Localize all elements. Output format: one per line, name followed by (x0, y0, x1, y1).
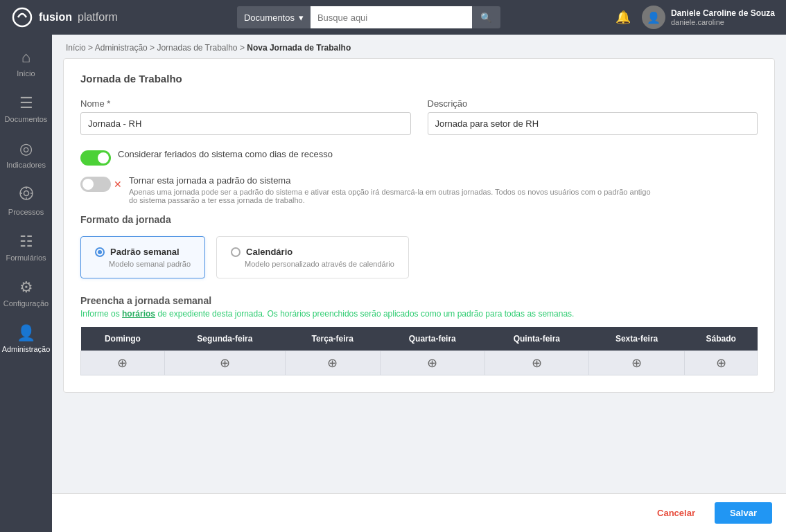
breadcrumb-jornadas[interactable]: Jornadas de Trabalho (157, 43, 237, 53)
toggle-padrao[interactable] (80, 177, 111, 192)
radio-desc-semanal: Modelo semanal padrão (109, 260, 191, 268)
sidebar-item-formularios[interactable]: ☷ Formulários (0, 224, 52, 270)
svg-point-0 (13, 8, 31, 26)
footer: Cancelar Salvar (52, 493, 786, 532)
radio-dot-calendario (231, 247, 241, 257)
add-quarta-button[interactable]: ⊕ (427, 357, 437, 369)
toggle-padrao-label: Tornar esta jornada a padrão do sistema (129, 175, 656, 186)
search-button[interactable]: 🔍 (472, 6, 500, 28)
th-quinta: Quinta-feira (484, 327, 588, 351)
sidebar-item-configuracao[interactable]: ⚙ Configuração (0, 270, 52, 316)
sidebar-label-indicadores: Indicadores (6, 161, 46, 169)
th-segunda: Segunda-feira (164, 327, 285, 351)
name-input[interactable] (80, 112, 411, 135)
radio-label-semanal: Padrão semanal (110, 247, 180, 257)
weekly-subtitle-post: de expediente desta jornada. Os horários… (155, 309, 574, 319)
day-table: Domingo Segunda-feira Terça-feira Quarta… (80, 327, 758, 375)
breadcrumb-current: Nova Jornada de Trabalho (247, 43, 351, 53)
main-content: Início > Administração > Jornadas de Tra… (52, 35, 786, 532)
sidebar-label-inicio: Início (17, 69, 35, 78)
breadcrumb: Início > Administração > Jornadas de Tra… (52, 35, 786, 58)
toggle-padrao-info: Tornar esta jornada a padrão do sistema … (129, 175, 656, 204)
weekly-title: Preencha a jornada semanal (80, 295, 758, 306)
search-input-wrap (311, 6, 472, 28)
toggle-x-icon: ✕ (114, 179, 122, 190)
radio-card-semanal[interactable]: Padrão semanal Modelo semanal padrão (80, 236, 205, 278)
formularios-icon: ☷ (19, 233, 33, 251)
day-table-add-row: ⊕ ⊕ ⊕ ⊕ ⊕ ⊕ ⊕ (81, 351, 758, 375)
user-menu[interactable]: 👤 Daniele Caroline de Souza daniele.caro… (642, 6, 775, 29)
toggle-feriados-info: Considerar feriados do sistema como dias… (118, 149, 333, 159)
notification-bell-icon[interactable]: 🔔 (615, 10, 631, 25)
toggle-row-padrao: ✕ Tornar esta jornada a padrão do sistem… (80, 175, 758, 204)
weekly-subtitle-pre: Informe os (80, 309, 122, 319)
card-title: Jornada de Trabalho (80, 73, 758, 85)
add-quinta-button[interactable]: ⊕ (532, 357, 542, 369)
sidebar-item-inicio[interactable]: ⌂ Início (0, 40, 52, 86)
form-group-name: Nome * (80, 98, 411, 135)
add-sexta-button[interactable]: ⊕ (631, 357, 642, 369)
desc-label: Descrição (428, 98, 758, 109)
home-icon: ⌂ (21, 48, 30, 66)
td-quinta-add: ⊕ (484, 351, 588, 375)
search-category-dropdown[interactable]: Documentos ▾ (237, 6, 311, 28)
weekly-subtitle-link[interactable]: horários (122, 309, 155, 319)
th-terca: Terça-feira (285, 327, 380, 351)
breadcrumb-administracao[interactable]: Administração (95, 43, 148, 53)
processos-icon (19, 186, 34, 205)
search-icon: 🔍 (480, 12, 492, 23)
toggle-feriados[interactable] (80, 150, 111, 166)
desc-input[interactable] (428, 112, 758, 135)
logo-fusion: fusion (39, 11, 72, 24)
topbar-right: 🔔 👤 Daniele Caroline de Souza daniele.ca… (615, 6, 775, 29)
topbar: fusion platform Documentos ▾ 🔍 🔔 👤 Danie… (0, 0, 786, 35)
breadcrumb-inicio[interactable]: Início (66, 43, 86, 53)
th-sexta: Sexta-feira (588, 327, 685, 351)
cancel-button[interactable]: Cancelar (646, 502, 706, 524)
add-terca-button[interactable]: ⊕ (327, 357, 338, 369)
td-sabado-add: ⊕ (685, 351, 758, 375)
svg-point-2 (24, 191, 28, 196)
administracao-icon: 👤 (17, 324, 35, 342)
sidebar-item-documentos[interactable]: ☰ Documentos (0, 86, 52, 132)
format-section-title: Formato da jornada (80, 214, 758, 225)
sidebar-item-administracao[interactable]: 👤 Administração (0, 316, 52, 362)
search-bar: Documentos ▾ 🔍 (237, 6, 500, 28)
th-quarta: Quarta-feira (380, 327, 484, 351)
radio-header-calendario: Calendário (231, 247, 394, 257)
add-domingo-button[interactable]: ⊕ (117, 357, 128, 369)
layout: ⌂ Início ☰ Documentos ◎ Indicadores Proc… (0, 35, 786, 532)
radio-label-calendario: Calendário (246, 247, 292, 257)
toggle-row-feriados: Considerar feriados do sistema como dias… (80, 149, 758, 166)
save-button[interactable]: Salvar (715, 502, 772, 524)
search-input[interactable] (311, 6, 472, 28)
sidebar-item-processos[interactable]: Processos (0, 177, 52, 224)
logo-platform: platform (78, 11, 118, 24)
td-terca-add: ⊕ (285, 351, 380, 375)
dropdown-arrow-icon: ▾ (299, 12, 304, 23)
indicadores-icon: ◎ (19, 140, 33, 158)
radio-dot-semanal (95, 247, 105, 257)
jornada-card: Jornada de Trabalho Nome * Descrição (63, 58, 775, 393)
sidebar: ⌂ Início ☰ Documentos ◎ Indicadores Proc… (0, 35, 52, 532)
sidebar-label-documentos: Documentos (5, 115, 48, 123)
toggle-padrao-wrap: ✕ (80, 177, 122, 192)
td-domingo-add: ⊕ (81, 351, 165, 375)
sidebar-item-indicadores[interactable]: ◎ Indicadores (0, 132, 52, 177)
weekly-subtitle: Informe os horários de expediente desta … (80, 309, 758, 319)
radio-cards: Padrão semanal Modelo semanal padrão Cal… (80, 236, 758, 278)
form-group-desc: Descrição (428, 98, 758, 135)
avatar: 👤 (642, 6, 665, 29)
td-segunda-add: ⊕ (164, 351, 285, 375)
add-segunda-button[interactable]: ⊕ (220, 357, 230, 369)
search-category-label: Documentos (244, 12, 295, 23)
radio-header-semanal: Padrão semanal (95, 247, 191, 257)
toggle-feriados-label: Considerar feriados do sistema como dias… (118, 149, 333, 159)
td-quarta-add: ⊕ (380, 351, 484, 375)
radio-desc-calendario: Modelo personalizado através de calendár… (245, 260, 394, 268)
add-sabado-button[interactable]: ⊕ (716, 357, 726, 369)
name-label: Nome * (80, 98, 411, 109)
radio-card-calendario[interactable]: Calendário Modelo personalizado através … (216, 236, 409, 278)
user-info: Daniele Caroline de Souza daniele.caroli… (671, 8, 775, 26)
configuracao-icon: ⚙ (19, 278, 33, 296)
